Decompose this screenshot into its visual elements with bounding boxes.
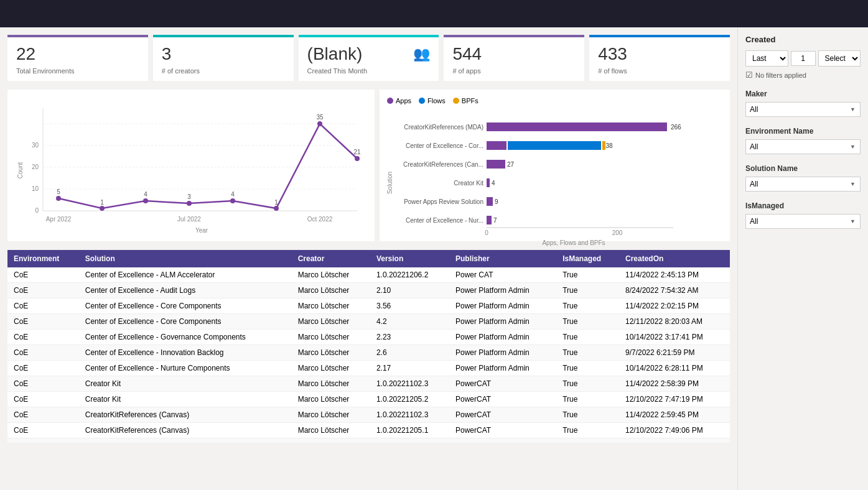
cell-5-4: Power Platform Admin (449, 344, 556, 360)
data-table: EnvironmentSolutionCreatorVersionPublish… (7, 250, 730, 443)
cell-10-2: Marco Lötscher (292, 422, 370, 438)
data-table-wrapper: EnvironmentSolutionCreatorVersionPublish… (7, 250, 730, 443)
app-header (0, 0, 868, 27)
table-row[interactable]: CoECreator KitMarco Lötscher1.0.20221102… (7, 376, 730, 391)
solution-filter-section: Solution Name All (745, 164, 861, 192)
environment-filter-label: Environment Name (745, 127, 861, 136)
svg-text:4: 4 (492, 180, 495, 187)
cell-4-4: Power Platform Admin (449, 329, 556, 344)
table-row[interactable]: CoECenter of Excellence - ALM Accelerato… (7, 267, 730, 283)
table-row[interactable]: CoECenter of Excellence - Core Component… (7, 313, 730, 329)
cell-6-6: 10/14/2022 6:28:11 PM (619, 360, 730, 376)
svg-rect-34 (487, 122, 667, 131)
table-row[interactable]: CoECreator KitMarco Lötscher1.0.20221205… (7, 391, 730, 407)
maker-select[interactable]: All (745, 102, 861, 117)
svg-text:5: 5 (57, 188, 60, 195)
svg-rect-43 (487, 160, 505, 169)
left-panel: 22 Total Environments 3 # of creators (B… (0, 27, 737, 490)
svg-point-15 (187, 201, 192, 206)
cell-1-6: 8/24/2022 7:54:32 AM (619, 282, 730, 298)
ismanaged-select-wrapper[interactable]: All True False (745, 214, 861, 229)
cell-6-2: Marco Lötscher (292, 360, 370, 376)
svg-text:CreatorKitReferences (Can...: CreatorKitReferences (Can... (403, 161, 483, 168)
table-row[interactable]: CoECenter of Excellence - Innovation Bac… (7, 344, 730, 360)
cell-7-2: Marco Lötscher (292, 376, 370, 391)
table-row[interactable]: CoECreatorKitReferences (Canvas)Marco Lö… (7, 422, 730, 438)
kpi-row: 22 Total Environments 3 # of creators (B… (7, 35, 730, 81)
col-header-version: Version (370, 250, 449, 267)
kpi-card-3: 544 # of apps (444, 35, 584, 81)
svg-text:CreatorKitReferences (MDA): CreatorKitReferences (MDA) (404, 124, 483, 131)
svg-text:30: 30 (32, 142, 39, 149)
svg-rect-41 (602, 141, 605, 150)
cell-10-4: PowerCAT (449, 422, 556, 438)
kpi-value-4: 433 (598, 44, 627, 65)
cell-3-3: 4.2 (370, 313, 449, 329)
chart-legend: Apps Flows BPFs (387, 97, 722, 104)
cell-3-1: Center of Excellence - Core Components (79, 313, 292, 329)
svg-point-18 (317, 121, 322, 126)
maker-filter-section: Maker All (745, 90, 861, 117)
environment-select[interactable]: All (745, 139, 861, 154)
solution-select-wrapper[interactable]: All (745, 177, 861, 192)
cell-11-5: True (556, 438, 619, 443)
legend-bpfs-label: BPFs (462, 97, 478, 104)
cell-8-2: Marco Lötscher (292, 391, 370, 407)
environment-select-wrapper[interactable]: All (745, 139, 861, 154)
kpi-card-2: (Blank) Created This Month 👥 (299, 35, 439, 81)
svg-text:3: 3 (187, 193, 191, 200)
maker-select-wrapper[interactable]: All (745, 102, 861, 117)
cell-1-3: 2.10 (370, 282, 449, 298)
table-row[interactable]: CoECenter of Excellence - Governance Com… (7, 329, 730, 344)
cell-7-5: True (556, 376, 619, 391)
svg-text:Count: Count (17, 162, 24, 178)
col-header-publisher: Publisher (449, 250, 556, 267)
table-row[interactable]: CoECenter of Excellence - Core Component… (7, 298, 730, 313)
cell-2-6: 11/4/2022 2:02:15 PM (619, 298, 730, 313)
svg-text:266: 266 (671, 124, 681, 131)
table-row[interactable]: CoECenter of Excellence - Audit LogsMarc… (7, 282, 730, 298)
created-period-select[interactable]: Select Day Week Month Year (818, 50, 861, 67)
cell-7-1: Creator Kit (79, 376, 292, 391)
cell-6-3: 2.17 (370, 360, 449, 376)
solution-select[interactable]: All (745, 177, 861, 192)
cell-9-3: 1.0.20221102.3 (370, 407, 449, 422)
cell-6-0: CoE (7, 360, 79, 376)
cell-10-1: CreatorKitReferences (Canvas) (79, 422, 292, 438)
table-row[interactable]: CoECenter of Excellence - Nurture Compon… (7, 360, 730, 376)
table-row[interactable]: CoECreatorKitReferences (MDA)Marco Lötsc… (7, 438, 730, 443)
cell-4-3: 2.23 (370, 329, 449, 344)
maker-filter-label: Maker (745, 90, 861, 98)
svg-text:Apr 2022: Apr 2022 (46, 216, 72, 223)
svg-text:Center of Excellence - Nur...: Center of Excellence - Nur... (406, 217, 483, 224)
cell-11-1: CreatorKitReferences (MDA) (79, 438, 292, 443)
kpi-card-4: 433 # of flows (589, 35, 730, 81)
apps-dot (387, 98, 393, 104)
svg-point-19 (355, 156, 360, 161)
cell-1-2: Marco Lötscher (292, 282, 370, 298)
ismanaged-select[interactable]: All True False (745, 214, 861, 229)
svg-text:4: 4 (231, 191, 235, 198)
svg-text:35: 35 (316, 114, 324, 121)
created-num-input[interactable] (791, 51, 816, 66)
bar-chart: Solution CreatorKitReferences (MDA) 266 … (387, 109, 722, 234)
cell-11-0: CoE (7, 438, 79, 443)
svg-rect-46 (487, 178, 490, 187)
cell-0-2: Marco Lötscher (292, 267, 370, 283)
svg-text:Power Apps Review Solution: Power Apps Review Solution (404, 198, 483, 205)
cell-3-5: True (556, 313, 619, 329)
cell-1-1: Center of Excellence - Audit Logs (79, 282, 292, 298)
svg-text:0: 0 (485, 229, 488, 236)
cell-0-4: Power CAT (449, 267, 556, 283)
created-range-select[interactable]: Last Next This (745, 50, 788, 67)
cell-8-3: 1.0.20221205.2 (370, 391, 449, 407)
svg-text:10: 10 (32, 185, 39, 192)
svg-rect-39 (508, 141, 601, 150)
kpi-label-2: Created This Month (307, 67, 367, 75)
kpi-value-1: 3 (162, 44, 200, 65)
created-filter-row[interactable]: Last Next This Select Day Week Month Yea… (745, 50, 861, 67)
table-row[interactable]: CoECreatorKitReferences (Canvas)Marco Lö… (7, 407, 730, 422)
cell-5-3: 2.6 (370, 344, 449, 360)
svg-text:4: 4 (144, 191, 147, 198)
kpi-label-3: # of apps (452, 67, 482, 75)
